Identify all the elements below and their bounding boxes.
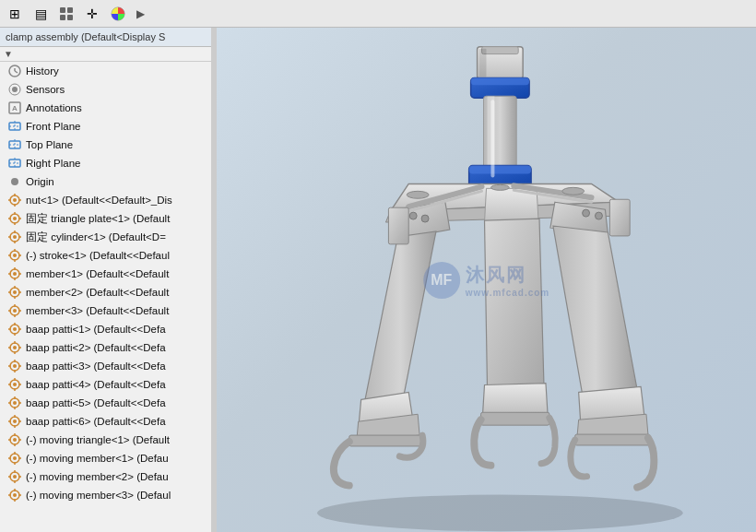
tree-item-label: Origin <box>26 176 207 187</box>
svg-marker-137 <box>365 231 436 401</box>
svg-point-124 <box>317 495 683 532</box>
tree-item-baap-patti2[interactable]: baap patti<2> (Default<<Defa <box>0 338 211 357</box>
svg-rect-126 <box>482 47 519 54</box>
tree-item-label: nut<1> (Default<<Default>_Dis <box>26 195 207 206</box>
tree-item-label: baap patti<5> (Default<<Defa <box>26 397 207 408</box>
tree-item-nut1[interactable]: nut<1> (Default<<Default>_Dis <box>0 191 211 209</box>
tree-item-stroke1[interactable]: (-) stroke<1> (Default<<Defaul <box>0 246 211 265</box>
svg-point-59 <box>13 309 17 313</box>
tree-item-label: (-) moving member<3> (Defaul <box>26 490 207 501</box>
part-icon <box>7 359 22 373</box>
svg-point-107 <box>13 456 17 460</box>
tree-item-label: 固定 triangle plate<1> (Default <box>26 212 207 226</box>
svg-point-35 <box>13 235 17 239</box>
part-icon <box>7 432 22 447</box>
tree-item-baap-patti3[interactable]: baap patti<3> (Default<<Defa <box>0 357 211 375</box>
tree-item-moving-member3[interactable]: (-) moving member<3> (Defaul <box>0 486 211 504</box>
svg-point-89 <box>13 401 17 405</box>
svg-rect-133 <box>469 166 531 174</box>
tree-item-baap-patti1[interactable]: baap patti<1> (Default<<Defa <box>0 320 211 338</box>
tree-item-label: Top Plane <box>26 139 207 150</box>
tree-item-right-plane[interactable]: Right Plane <box>0 154 211 172</box>
feature-tree-panel: clamp assembly (Default<Display S ▼ Hist… <box>0 28 212 532</box>
svg-rect-3 <box>67 15 73 20</box>
grid-icon[interactable]: ⊞ <box>4 3 26 25</box>
svg-rect-149 <box>481 412 549 425</box>
svg-rect-1 <box>67 7 73 13</box>
tree-item-baap-patti6[interactable]: baap patti<6> (Default<<Defa <box>0 412 211 431</box>
tree-item-moving-member2[interactable]: (-) moving member<2> (Defau <box>0 467 211 486</box>
layers-icon[interactable]: ▤ <box>30 3 52 25</box>
svg-point-159 <box>595 212 602 219</box>
tree-item-baap-patti5[interactable]: baap patti<5> (Default<<Defa <box>0 394 211 412</box>
svg-point-53 <box>13 290 17 294</box>
plane-icon <box>7 137 22 152</box>
part-icon <box>7 285 22 300</box>
svg-rect-0 <box>60 7 65 13</box>
tree-item-history[interactable]: History <box>0 62 211 80</box>
svg-point-41 <box>13 254 17 257</box>
move-icon[interactable]: ✛ <box>81 3 103 25</box>
tree-item-triangle-plate1[interactable]: 固定 triangle plate<1> (Default <box>0 209 211 228</box>
tree-item-label: Front Plane <box>26 121 207 132</box>
tree-item-member1[interactable]: member<1> (Default<<Default <box>0 265 211 283</box>
plane-icon <box>7 119 22 134</box>
svg-point-101 <box>13 438 17 442</box>
tree-item-label: (-) moving triangle<1> (Default <box>26 434 207 445</box>
tree-item-label: (-) moving member<2> (Defau <box>26 471 207 482</box>
svg-point-162 <box>562 187 585 195</box>
tree-item-label: baap patti<3> (Default<<Defa <box>26 361 207 372</box>
tree-item-cylinder1[interactable]: 固定 cylinder<1> (Default<D​= <box>0 228 211 246</box>
tree-item-label: 固定 cylinder<1> (Default<D​= <box>26 231 207 244</box>
svg-rect-145 <box>575 434 650 445</box>
main-area: clamp assembly (Default<Display S ▼ Hist… <box>0 28 756 532</box>
tree-item-annotations[interactable]: AAnnotations <box>0 99 211 117</box>
part-icon <box>7 414 22 429</box>
tree-item-label: Annotations <box>26 102 207 113</box>
svg-marker-148 <box>483 384 548 415</box>
svg-rect-140 <box>349 435 422 446</box>
svg-marker-147 <box>485 219 544 386</box>
part-icon <box>7 469 22 484</box>
tree-item-sensors[interactable]: Sensors <box>0 80 211 99</box>
part-icon <box>7 451 22 466</box>
sensor-icon <box>7 82 22 97</box>
assembly-title: clamp assembly (Default<Display S <box>0 28 211 47</box>
svg-point-83 <box>13 383 17 386</box>
part-icon <box>7 377 22 392</box>
color-icon[interactable] <box>107 3 129 25</box>
tree-item-baap-patti4[interactable]: baap patti<4> (Default<<Defa <box>0 375 211 394</box>
filter-icon: ▼ <box>4 49 13 59</box>
toolbar: ⊞ ▤ ✛ ▶ <box>0 0 756 28</box>
svg-point-21 <box>11 178 18 185</box>
clock-icon <box>7 64 22 78</box>
svg-rect-154 <box>388 207 408 244</box>
svg-point-71 <box>13 346 17 349</box>
tree-item-top-plane[interactable]: Top Plane <box>0 136 211 154</box>
part-icon <box>7 248 22 263</box>
tree-item-member3[interactable]: member<3> (Default<<Default <box>0 301 211 320</box>
3d-viewport[interactable]: MF 沐风网 www.mfcad.com <box>217 28 756 532</box>
tree-item-label: member<2> (Default<<Default <box>26 287 207 298</box>
sidebar-tabs: ▼ <box>0 47 211 62</box>
svg-rect-160 <box>490 100 494 177</box>
tree-item-moving-triangle1[interactable]: (-) moving triangle<1> (Default <box>0 431 211 449</box>
part-icon <box>7 211 22 226</box>
assembly-title-text: clamp assembly (Default<Display S <box>6 31 165 42</box>
svg-point-29 <box>13 217 17 220</box>
part-icon <box>7 396 22 410</box>
svg-rect-129 <box>471 77 529 85</box>
tree-item-label: History <box>26 65 207 77</box>
tree-item-label: member<3> (Default<<Default <box>26 305 207 316</box>
tree-item-front-plane[interactable]: Front Plane <box>0 117 211 136</box>
svg-point-95 <box>13 420 17 423</box>
svg-point-65 <box>13 327 17 331</box>
svg-point-163 <box>490 184 509 190</box>
parts-icon[interactable] <box>55 3 77 25</box>
part-icon <box>7 322 22 337</box>
tree-item-member2[interactable]: member<2> (Default<<Default <box>0 283 211 301</box>
tree-item-origin[interactable]: Origin <box>0 172 211 191</box>
svg-rect-2 <box>60 15 65 20</box>
more-button[interactable]: ▶ <box>136 7 145 20</box>
tree-item-moving-member1[interactable]: (-) moving member<1> (Defau <box>0 449 211 467</box>
